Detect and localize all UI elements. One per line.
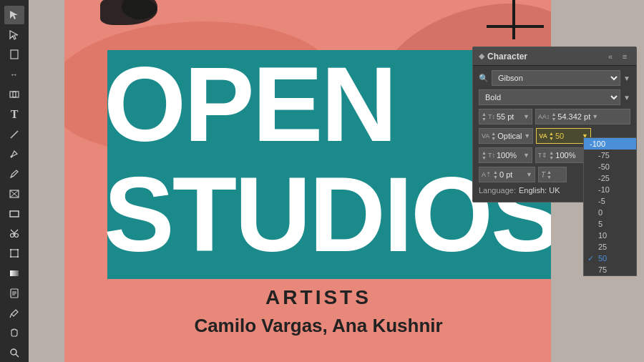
rectangle-frame-tool[interactable] bbox=[4, 185, 24, 203]
kerning-dropdown[interactable]: -100 -75 -50 -25 -10 -5 0 5 10 25 50 75 bbox=[583, 137, 637, 276]
kerning-type-field: VA ▲ ▼ Optical ▼ bbox=[479, 128, 533, 144]
content-collector-tool[interactable] bbox=[4, 85, 24, 104]
language-label: Language: bbox=[479, 186, 516, 195]
gap-tool[interactable]: ↔ bbox=[4, 65, 24, 84]
svg-rect-2 bbox=[11, 50, 18, 59]
kerning-option-75[interactable]: 75 bbox=[584, 264, 636, 275]
kerning-option-50[interactable]: 50 bbox=[584, 253, 636, 264]
kerning-value-down[interactable]: ▼ bbox=[549, 136, 554, 141]
font-family-select[interactable]: Gibson bbox=[492, 70, 620, 86]
line-tool[interactable] bbox=[4, 125, 24, 144]
tracking-field: ▲ ▼ T↕ 100% ▼ bbox=[479, 147, 532, 163]
leading-down[interactable]: ▼ bbox=[551, 117, 556, 122]
kerning-value: 50 bbox=[555, 132, 580, 140]
italic-field: T ▲ ▼ bbox=[538, 167, 567, 182]
font-family-row: 🔍 Gibson ▼ bbox=[479, 70, 630, 86]
kerning-type-arrows[interactable]: ▲ ▼ bbox=[491, 131, 496, 141]
note-tool[interactable] bbox=[4, 284, 24, 303]
names-text: Camilo Vargas, Ana Kushnir bbox=[104, 315, 533, 337]
baseline-down[interactable]: ▼ bbox=[493, 175, 498, 180]
main-text-open: OPEN bbox=[104, 52, 395, 157]
scissors-tool[interactable] bbox=[4, 225, 24, 243]
free-transform-tool[interactable] bbox=[4, 244, 24, 263]
baseline-dropdown[interactable]: ▼ bbox=[526, 171, 532, 178]
vertical-scale-up[interactable]: ▲ bbox=[549, 150, 554, 155]
kerning-option--25[interactable]: -25 bbox=[584, 172, 636, 184]
kerning-option-0[interactable]: 0 bbox=[584, 207, 636, 218]
tracking-dropdown[interactable]: ▼ bbox=[523, 152, 530, 159]
vertical-scale-arrows[interactable]: ▲ ▼ bbox=[549, 150, 554, 160]
baseline-up[interactable]: ▲ bbox=[493, 170, 498, 175]
font-style-select[interactable]: Bold bbox=[479, 89, 620, 105]
kerning-option-10[interactable]: 10 bbox=[584, 230, 636, 241]
leading-icon: AA↕ bbox=[538, 113, 550, 120]
kerning-value-arrows[interactable]: ▲ ▼ bbox=[549, 131, 554, 141]
font-size-up[interactable]: ▲ bbox=[482, 112, 487, 117]
font-size-value: 55 pt bbox=[497, 112, 522, 121]
type-tool[interactable]: T bbox=[4, 105, 24, 124]
eyedropper-tool[interactable] bbox=[4, 304, 24, 323]
svg-text:↔: ↔ bbox=[10, 70, 18, 79]
italic-down[interactable]: ▼ bbox=[547, 175, 552, 180]
svg-rect-18 bbox=[10, 249, 11, 250]
kerning-icon: VA bbox=[482, 132, 489, 140]
left-toolbar: ↔ T bbox=[0, 0, 29, 362]
kerning-value-icon: VA bbox=[539, 132, 547, 140]
panel-menu-button[interactable]: ≡ bbox=[619, 51, 630, 62]
kerning-type-down[interactable]: ▼ bbox=[491, 136, 496, 141]
panel-title: Character bbox=[487, 52, 527, 62]
vertical-scale-down[interactable]: ▼ bbox=[549, 155, 554, 160]
baseline-icon: A⇡ bbox=[482, 171, 492, 178]
kerning-value-up[interactable]: ▲ bbox=[549, 131, 554, 136]
svg-rect-21 bbox=[17, 256, 19, 258]
kerning-option--75[interactable]: -75 bbox=[584, 150, 636, 161]
panel-collapse-icon[interactable]: ◆ bbox=[479, 52, 484, 61]
panel-controls: « ≡ bbox=[605, 51, 630, 62]
kerning-type-value: Optical bbox=[497, 132, 522, 140]
search-icon: 🔍 bbox=[479, 74, 489, 83]
svg-rect-22 bbox=[10, 270, 19, 276]
deco-line-horizontal bbox=[487, 25, 544, 28]
font-family-dropdown-arrow[interactable]: ▼ bbox=[623, 74, 630, 82]
leading-arrows[interactable]: ▲ ▼ bbox=[551, 112, 556, 122]
gradient-swatch-tool[interactable] bbox=[4, 264, 24, 283]
selection-tool[interactable] bbox=[4, 6, 24, 24]
tracking-arrows[interactable]: ▲ ▼ bbox=[482, 150, 487, 160]
leading-dropdown[interactable]: ▼ bbox=[592, 113, 598, 120]
kerning-option--100[interactable]: -100 bbox=[584, 138, 636, 150]
svg-point-28 bbox=[11, 349, 16, 355]
vertical-scale-value: 100% bbox=[555, 151, 580, 160]
kerning-type-up[interactable]: ▲ bbox=[491, 131, 496, 136]
font-size-field: ▲ ▼ T↕ 55 pt ▼ bbox=[479, 109, 532, 124]
direct-selection-tool[interactable] bbox=[4, 26, 24, 44]
kerning-option-5[interactable]: 5 bbox=[584, 218, 636, 230]
leading-value: 54.342 pt bbox=[557, 112, 590, 121]
kerning-option--10[interactable]: -10 bbox=[584, 184, 636, 195]
pen-tool[interactable] bbox=[4, 145, 24, 163]
kerning-type-dropdown[interactable]: ▼ bbox=[524, 132, 530, 140]
baseline-value: 0 pt bbox=[499, 170, 525, 179]
pencil-tool[interactable] bbox=[4, 165, 24, 183]
hand-tool[interactable] bbox=[4, 324, 24, 343]
kerning-option-25[interactable]: 25 bbox=[584, 241, 636, 253]
tracking-up[interactable]: ▲ bbox=[482, 150, 487, 155]
tracking-down[interactable]: ▼ bbox=[482, 155, 487, 160]
leading-field: AA↕ ▲ ▼ 54.342 pt ▼ bbox=[535, 109, 630, 124]
svg-line-27 bbox=[10, 314, 11, 318]
rectangle-tool[interactable] bbox=[4, 205, 24, 223]
zoom-tool[interactable] bbox=[4, 343, 24, 362]
language-value: English: UK bbox=[519, 186, 560, 195]
kerning-option--50[interactable]: -50 bbox=[584, 161, 636, 172]
font-style-dropdown-arrow[interactable]: ▼ bbox=[623, 94, 630, 102]
panel-collapse-button[interactable]: « bbox=[605, 51, 616, 62]
page-tool[interactable] bbox=[4, 46, 24, 64]
kerning-option--5[interactable]: -5 bbox=[584, 195, 636, 207]
italic-up[interactable]: ▲ bbox=[547, 170, 552, 175]
italic-arrows[interactable]: ▲ ▼ bbox=[547, 170, 552, 180]
svg-rect-20 bbox=[10, 256, 11, 258]
baseline-arrows[interactable]: ▲ ▼ bbox=[493, 170, 498, 180]
font-size-down[interactable]: ▼ bbox=[482, 117, 487, 122]
font-size-arrows[interactable]: ▲ ▼ bbox=[482, 112, 487, 122]
leading-up[interactable]: ▲ bbox=[551, 112, 556, 117]
font-size-dropdown[interactable]: ▼ bbox=[523, 113, 530, 120]
